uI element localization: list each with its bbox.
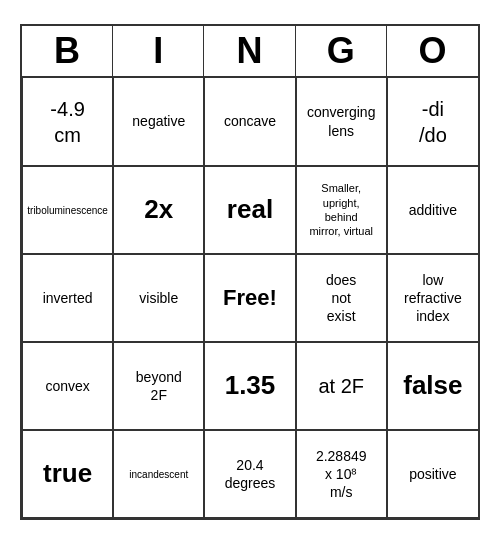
cell-5: triboluminescence [22, 166, 113, 254]
cell-16: beyond2F [113, 342, 204, 430]
cell-4: -di/do [387, 78, 478, 166]
cell-6: 2x [113, 166, 204, 254]
cell-2: concave [204, 78, 295, 166]
cell-8: Smaller,upright,behindmirror, virtual [296, 166, 387, 254]
cell-18: at 2F [296, 342, 387, 430]
cell-22: 20.4degrees [204, 430, 295, 518]
bingo-header: B I N G O [22, 26, 478, 78]
bingo-board: B I N G O -4.9cm negative concave conver… [20, 24, 480, 520]
cell-19: false [387, 342, 478, 430]
bingo-grid: -4.9cm negative concave converginglens -… [22, 78, 478, 518]
cell-11: visible [113, 254, 204, 342]
header-b: B [22, 26, 113, 76]
cell-7: real [204, 166, 295, 254]
cell-21: incandescent [113, 430, 204, 518]
cell-12-free: Free! [204, 254, 295, 342]
cell-20: true [22, 430, 113, 518]
cell-1: negative [113, 78, 204, 166]
cell-17: 1.35 [204, 342, 295, 430]
cell-15: convex [22, 342, 113, 430]
cell-13: doesnotexist [296, 254, 387, 342]
header-g: G [296, 26, 387, 76]
cell-23: 2.28849x 10⁸m/s [296, 430, 387, 518]
cell-9: additive [387, 166, 478, 254]
cell-0: -4.9cm [22, 78, 113, 166]
header-i: I [113, 26, 204, 76]
header-n: N [204, 26, 295, 76]
header-o: O [387, 26, 478, 76]
cell-3: converginglens [296, 78, 387, 166]
cell-10: inverted [22, 254, 113, 342]
cell-14: lowrefractiveindex [387, 254, 478, 342]
cell-24: positive [387, 430, 478, 518]
